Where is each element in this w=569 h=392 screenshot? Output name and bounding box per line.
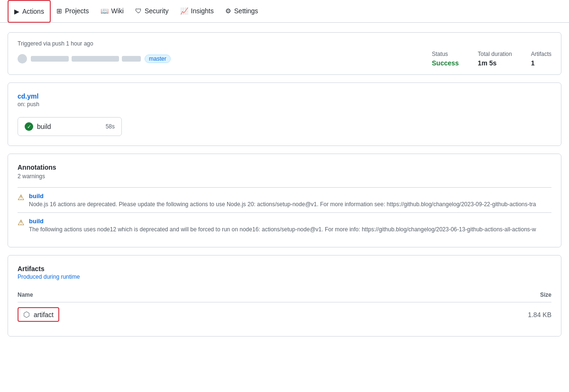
artifact-name-cell: ⬡ artifact xyxy=(18,302,358,327)
insights-icon: 📈 xyxy=(180,7,188,15)
annotation-job-1[interactable]: build xyxy=(29,192,536,200)
job-name: build xyxy=(37,123,51,130)
run-trigger: Triggered via push 1 hour ago xyxy=(18,40,551,47)
annotations-count: 2 warnings xyxy=(18,173,551,180)
artifacts-table: Name Size ⬡ artifact 1.84 KB xyxy=(18,288,551,327)
workflow-name[interactable]: cd.yml xyxy=(18,92,551,100)
nav-label-settings: Settings xyxy=(234,7,258,15)
main-content: Triggered via push 1 hour ago master Sta… xyxy=(0,23,569,354)
nav-label-actions: Actions xyxy=(22,8,44,15)
nav-item-security[interactable]: 🛡 Security xyxy=(129,0,174,23)
projects-icon: ⊞ xyxy=(56,7,62,15)
placeholder-1 xyxy=(31,56,69,62)
job-duration: 58s xyxy=(106,123,115,130)
actions-icon: ▶ xyxy=(14,8,19,15)
nav-label-wiki: Wiki xyxy=(111,7,124,15)
nav-label-insights: Insights xyxy=(191,7,214,15)
security-icon: 🛡 xyxy=(135,7,142,15)
run-meta: Status Success Total duration 1m 5s Arti… xyxy=(432,51,551,67)
placeholder-2 xyxy=(72,56,119,62)
success-icon: ✓ xyxy=(25,122,33,131)
annotation-text-2: The following actions uses node12 which … xyxy=(29,226,536,233)
status-group: Status Success xyxy=(432,51,459,67)
col-size-header: Size xyxy=(358,288,551,302)
artifact-size-cell: 1.84 KB xyxy=(358,302,551,327)
status-label: Status xyxy=(432,51,459,57)
workflow-card: cd.yml on: push ✓ build 58s xyxy=(8,82,561,146)
artifacts-card: Artifacts Produced during runtime Name S… xyxy=(8,255,561,337)
nav-item-actions[interactable]: ▶ Actions xyxy=(8,0,51,23)
branch-badge[interactable]: master xyxy=(145,55,171,63)
annotation-content-2: build The following actions uses node12 … xyxy=(29,218,536,233)
job-left: ✓ build xyxy=(25,122,51,131)
artifacts-header-row: Name Size xyxy=(18,288,551,302)
avatar xyxy=(18,54,27,64)
top-navigation: ▶ Actions ⊞ Projects 📖 Wiki 🛡 Security 📈… xyxy=(0,0,569,23)
artifact-box-icon: ⬡ xyxy=(23,310,30,319)
artifacts-label: Artifacts xyxy=(531,51,551,57)
settings-icon: ⚙ xyxy=(225,7,231,15)
run-summary-card: Triggered via push 1 hour ago master Sta… xyxy=(8,32,561,75)
duration-label: Total duration xyxy=(478,51,512,57)
duration-value: 1m 5s xyxy=(478,59,512,67)
wiki-icon: 📖 xyxy=(101,7,109,15)
artifacts-subtitle: Produced during runtime xyxy=(18,273,551,280)
commit-text xyxy=(31,56,141,62)
artifacts-group: Artifacts 1 xyxy=(531,51,551,67)
run-summary-row: master Status Success Total duration 1m … xyxy=(18,51,551,67)
nav-item-insights[interactable]: 📈 Insights xyxy=(174,0,220,23)
warning-icon-1: ⚠ xyxy=(18,193,24,208)
job-item[interactable]: ✓ build 58s xyxy=(18,117,122,136)
nav-item-settings[interactable]: ⚙ Settings xyxy=(220,0,264,23)
nav-item-wiki[interactable]: 📖 Wiki xyxy=(95,0,129,23)
placeholder-3 xyxy=(122,56,141,62)
artifact-name: artifact xyxy=(34,311,54,319)
nav-item-projects[interactable]: ⊞ Projects xyxy=(51,0,95,23)
annotation-text-1: Node.js 16 actions are deprecated. Pleas… xyxy=(29,201,536,208)
warning-icon-2: ⚠ xyxy=(18,218,24,233)
duration-group: Total duration 1m 5s xyxy=(478,51,512,67)
artifact-row: ⬡ artifact 1.84 KB xyxy=(18,302,551,327)
annotation-item-2: ⚠ build The following actions uses node1… xyxy=(18,212,551,237)
annotation-item-1: ⚠ build Node.js 16 actions are deprecate… xyxy=(18,187,551,212)
annotation-content-1: build Node.js 16 actions are deprecated.… xyxy=(29,192,536,208)
artifacts-count: 1 xyxy=(531,59,551,67)
annotation-job-2[interactable]: build xyxy=(29,218,536,225)
nav-label-projects: Projects xyxy=(65,7,89,15)
status-value: Success xyxy=(432,59,459,67)
annotations-card: Annotations 2 warnings ⚠ build Node.js 1… xyxy=(8,154,561,247)
commit-info: master xyxy=(18,54,424,64)
nav-label-security: Security xyxy=(145,7,169,15)
workflow-trigger: on: push xyxy=(18,101,551,108)
artifacts-title: Artifacts xyxy=(18,265,551,273)
col-name-header: Name xyxy=(18,288,358,302)
annotations-title: Annotations xyxy=(18,164,551,171)
artifact-item[interactable]: ⬡ artifact xyxy=(18,307,59,322)
